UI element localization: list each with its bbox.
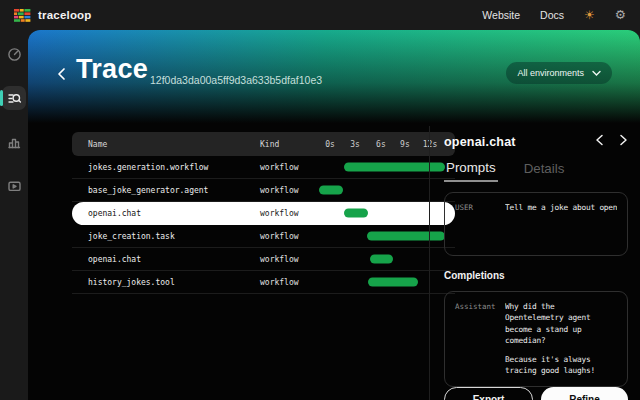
- span-name: joke_creation.task: [80, 232, 260, 241]
- brand-name: traceloop: [38, 9, 92, 21]
- sidebar: [0, 30, 28, 400]
- next-span-chevron-icon[interactable]: [619, 134, 628, 149]
- sidebar-item-traces[interactable]: [2, 86, 26, 110]
- span-detail-panel: openai.chat Prompts Details USER Tell me…: [429, 126, 640, 400]
- nav-docs-link[interactable]: Docs: [540, 9, 564, 21]
- page-title: Trace: [76, 54, 148, 85]
- completions-heading: Completions: [444, 270, 628, 281]
- span-kind: workflow: [260, 255, 318, 264]
- prompt-role-label: USER: [455, 202, 497, 246]
- tab-details[interactable]: Details: [522, 160, 567, 182]
- sidebar-item-playground[interactable]: [2, 174, 26, 198]
- active-accent-bar: [0, 90, 3, 106]
- gauge-icon: [7, 47, 22, 62]
- span-name: openai.chat: [80, 209, 260, 218]
- span-name: jokes.generation.workflow: [80, 163, 260, 172]
- duration-bar: [368, 278, 418, 287]
- trace-search-icon: [7, 91, 22, 106]
- duration-bar: [319, 186, 343, 195]
- chevron-down-icon: [592, 70, 601, 77]
- app-window: traceloop Website Docs ☀ ⚙: [0, 0, 640, 400]
- column-header-kind: Kind: [260, 140, 318, 149]
- duration-bar: [344, 209, 368, 218]
- span-name: base_joke_generator.agent: [80, 186, 260, 195]
- sidebar-item-analytics[interactable]: [2, 130, 26, 154]
- bar-chart-icon: [7, 135, 22, 150]
- prompt-card: USER Tell me a joke about opentelemetry: [444, 192, 628, 256]
- detail-actions: Export Refine: [444, 387, 628, 400]
- top-nav: Website Docs ☀ ⚙: [482, 9, 626, 22]
- span-kind: workflow: [260, 186, 318, 195]
- nav-website-link[interactable]: Website: [482, 9, 520, 21]
- span-kind: workflow: [260, 232, 318, 241]
- span-timeline: [318, 179, 447, 201]
- spans-table: Name Kind 0s 3s 6s 9s 12s jokes.generati…: [72, 132, 455, 294]
- completion-text-line2: Because it's always tracing good laughs!: [505, 354, 617, 377]
- sidebar-item-dashboard[interactable]: [2, 42, 26, 66]
- axis-tick: 6s: [376, 140, 386, 149]
- back-chevron-icon[interactable]: [56, 66, 68, 85]
- trace-id: 12f0da3da00a5ff9d3a633b5dfaf10e3: [150, 74, 322, 86]
- completion-text-line1: Why did the Opentelemetry agent become a…: [505, 301, 617, 346]
- detail-tabs: Prompts Details: [444, 160, 628, 182]
- tab-prompts[interactable]: Prompts: [444, 160, 498, 182]
- span-name: history_jokes.tool: [80, 278, 260, 287]
- axis-tick: 3s: [350, 140, 360, 149]
- theme-sun-icon[interactable]: ☀: [584, 9, 595, 21]
- monitor-play-icon: [7, 179, 22, 194]
- axis-tick: 0s: [325, 140, 335, 149]
- column-header-name: Name: [80, 140, 260, 149]
- export-button[interactable]: Export: [444, 387, 533, 400]
- prev-span-chevron-icon[interactable]: [595, 134, 604, 149]
- top-bar: traceloop Website Docs ☀ ⚙: [0, 0, 640, 30]
- traceloop-logo-icon: [14, 9, 31, 22]
- span-timeline: [318, 156, 447, 178]
- settings-gear-icon[interactable]: ⚙: [615, 9, 626, 22]
- span-kind: workflow: [260, 278, 318, 287]
- axis-tick: 9s: [400, 140, 410, 149]
- duration-bar: [370, 255, 393, 264]
- span-name: openai.chat: [80, 255, 260, 264]
- table-row[interactable]: history_jokes.tool workflow: [72, 271, 455, 294]
- span-timeline: [318, 225, 447, 247]
- span-timeline: [318, 248, 447, 270]
- table-row[interactable]: jokes.generation.workflow workflow: [72, 156, 455, 179]
- span-timeline: [318, 202, 447, 224]
- table-row[interactable]: joke_creation.task workflow: [72, 225, 455, 248]
- refine-button[interactable]: Refine: [541, 387, 628, 400]
- table-header: Name Kind 0s 3s 6s 9s 12s: [72, 132, 455, 156]
- prompt-text: Tell me a joke about opentelemetry: [505, 203, 617, 212]
- span-kind: workflow: [260, 209, 318, 218]
- completion-role-label: Assistant: [455, 301, 497, 377]
- completion-card: Assistant Why did the Opentelemetry agen…: [444, 291, 628, 387]
- timeline-axis: 0s 3s 6s 9s 12s: [318, 132, 447, 156]
- span-timeline: [318, 271, 447, 293]
- table-row[interactable]: openai.chat workflow: [72, 248, 455, 271]
- table-row-selected[interactable]: openai.chat workflow: [72, 202, 455, 225]
- trace-header: Trace 12f0da3da00a5ff9d3a633b5dfaf10e3 A…: [28, 30, 640, 126]
- span-kind: workflow: [260, 163, 318, 172]
- environments-dropdown[interactable]: All environments: [506, 62, 612, 84]
- span-detail-title: openai.chat: [444, 135, 516, 149]
- environments-dropdown-label: All environments: [517, 68, 584, 78]
- table-row[interactable]: base_joke_generator.agent workflow: [72, 179, 455, 202]
- brand[interactable]: traceloop: [14, 9, 92, 22]
- main-panel: Trace 12f0da3da00a5ff9d3a633b5dfaf10e3 A…: [28, 30, 640, 400]
